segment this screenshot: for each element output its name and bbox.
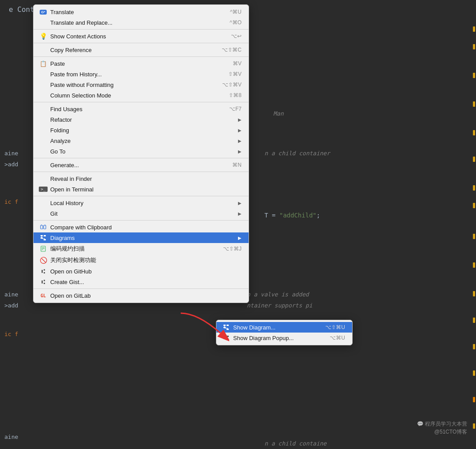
menu-item-paste-history[interactable]: Paste from History... ⇧⌘V	[33, 69, 249, 79]
copy-reference-shortcut: ⌥⇧⌘C	[213, 47, 242, 53]
menu-item-compare-clipboard[interactable]: Compare with Clipboard	[33, 222, 249, 232]
separator-8	[33, 220, 249, 221]
watermark-line1: 💬 程序员学习大本营	[417, 420, 467, 428]
marker-9	[473, 234, 475, 239]
separator-6	[33, 172, 249, 172]
show-diagram-shortcut: ⌥⇧⌘U	[316, 324, 345, 330]
marker-16	[473, 423, 475, 429]
svg-rect-1	[44, 225, 46, 229]
menu-item-create-gist[interactable]: ⑆ Create Gist...	[33, 277, 249, 287]
code-line-add2: >add	[4, 302, 18, 309]
code-line-add: >add	[4, 161, 18, 168]
menu-item-copy-reference[interactable]: Copy Reference ⌥⇧⌘C	[33, 45, 249, 55]
folding-arrow: ▶	[238, 128, 242, 133]
generate-shortcut: ⌘N	[223, 162, 242, 168]
marker-13	[473, 344, 475, 349]
refactor-label: Refactor	[50, 116, 234, 123]
menu-item-generate[interactable]: Generate... ⌘N	[33, 160, 249, 170]
menu-item-go-to[interactable]: Go To ▶	[33, 146, 249, 157]
terminal-icon: >_	[39, 187, 48, 192]
disable-icon: 🚫	[39, 257, 48, 264]
show-diagram-popup-shortcut: ⌥⌘U	[321, 335, 345, 341]
diagrams-icon	[39, 235, 48, 241]
marker-7	[473, 185, 475, 191]
marker-12	[473, 318, 475, 323]
code-line-ic-f: ic f	[4, 198, 18, 205]
marker-2	[473, 44, 475, 49]
separator-3	[33, 56, 249, 57]
marker-5	[473, 130, 475, 135]
folding-label: Folding	[50, 127, 234, 134]
watermark: 💬 程序员学习大本营 @51CTO博客	[417, 420, 467, 436]
menu-item-paste[interactable]: 📋 Paste ⌘V	[33, 58, 249, 69]
marker-6	[473, 157, 475, 162]
diagrams-submenu: Show Diagram... ⌥⇧⌘U Show Diagram Popup.…	[216, 320, 353, 345]
menu-item-translate-replace[interactable]: Translate and Replace... ^⌘O	[33, 17, 249, 28]
paste-icon: 📋	[39, 60, 48, 67]
menu-item-show-context[interactable]: 💡 Show Context Actions ⌥↩	[33, 31, 249, 41]
svg-rect-4	[41, 235, 43, 236]
menu-item-local-history[interactable]: Local History ▶	[33, 198, 249, 208]
translate-replace-shortcut: ^⌘O	[221, 19, 242, 26]
menu-item-scan-code[interactable]: 编码规约扫描 ⌥⇧⌘J	[33, 243, 249, 254]
svg-rect-25	[227, 339, 229, 340]
generate-label: Generate...	[50, 162, 223, 168]
menu-item-open-github[interactable]: ⑆ Open on GitHub	[33, 266, 249, 277]
separator-5	[33, 158, 249, 158]
submenu-item-show-diagram-popup[interactable]: Show Diagram Popup... ⌥⌘U	[216, 333, 352, 343]
open-terminal-label: Open in Terminal	[50, 186, 242, 193]
menu-item-paste-no-format[interactable]: Paste without Formatting ⌥⇧⌘V	[33, 79, 249, 90]
git-arrow: ▶	[238, 211, 242, 216]
reveal-finder-label: Reveal in Finder	[50, 176, 242, 182]
open-gitlab-label: Open on GitLab	[50, 292, 242, 299]
menu-item-refactor[interactable]: Refactor ▶	[33, 114, 249, 125]
git-label: Git	[50, 210, 234, 217]
menu-item-git[interactable]: Git ▶	[33, 208, 249, 219]
scan-icon	[39, 246, 48, 252]
separator-7	[33, 196, 249, 196]
gitlab-icon: GL	[39, 293, 48, 298]
marker-8	[473, 203, 475, 208]
svg-rect-18	[227, 329, 229, 330]
menu-item-find-usages[interactable]: Find Usages ⌥F7	[33, 104, 249, 114]
scan-code-label: 编码规约扫描	[50, 245, 214, 253]
code-comment-pipeline: ntainer supports pi	[247, 302, 312, 309]
code-comment-valve: n a valve is added	[247, 291, 309, 298]
separator-4	[33, 102, 249, 102]
menu-item-open-terminal[interactable]: >_ Open in Terminal	[33, 184, 249, 195]
submenu-item-show-diagram[interactable]: Show Diagram... ⌥⇧⌘U	[216, 322, 352, 333]
diagrams-arrow: ▶	[238, 236, 242, 240]
menu-item-folding[interactable]: Folding ▶	[33, 125, 249, 135]
column-selection-label: Column Selection Mode	[50, 92, 220, 99]
go-to-arrow: ▶	[238, 149, 242, 154]
separator-1	[33, 29, 249, 30]
code-comment-child-container2: n a child containe	[264, 440, 327, 447]
marker-1	[473, 26, 475, 32]
code-line-aine2: aine	[4, 291, 18, 298]
svg-rect-0	[41, 225, 43, 229]
column-selection-shortcut: ⇧⌘8	[220, 92, 242, 98]
menu-item-analyze[interactable]: Analyze ▶	[33, 135, 249, 146]
menu-item-diagrams[interactable]: Diagrams ▶	[33, 232, 249, 243]
paste-no-format-shortcut: ⌥⇧⌘V	[213, 82, 242, 88]
open-github-label: Open on GitHub	[50, 268, 242, 275]
separator-9	[33, 288, 249, 289]
menu-item-disable-realtime[interactable]: 🚫 关闭实时检测功能	[33, 254, 249, 266]
analyze-label: Analyze	[50, 138, 234, 144]
translate-icon: G*	[39, 10, 48, 15]
show-context-shortcut: ⌥↩	[222, 33, 242, 39]
translate-replace-label: Translate and Replace...	[50, 19, 221, 26]
compare-icon	[39, 224, 48, 230]
menu-item-column-selection[interactable]: Column Selection Mode ⇧⌘8	[33, 90, 249, 101]
marker-14	[473, 370, 475, 376]
menu-item-open-gitlab[interactable]: GL Open on GitLab	[33, 290, 249, 301]
marker-3	[473, 73, 475, 78]
paste-history-shortcut: ⇧⌘V	[219, 71, 242, 77]
svg-rect-5	[44, 235, 46, 236]
context-menu: G* Translate ^⌘U Translate and Replace..…	[33, 4, 249, 303]
local-history-label: Local History	[50, 200, 234, 206]
code-addchild-string: T = "addChild";	[264, 212, 320, 219]
menu-item-reveal-finder[interactable]: Reveal in Finder	[33, 173, 249, 184]
menu-item-translate[interactable]: G* Translate ^⌘U	[33, 7, 249, 17]
refactor-arrow: ▶	[238, 117, 242, 122]
